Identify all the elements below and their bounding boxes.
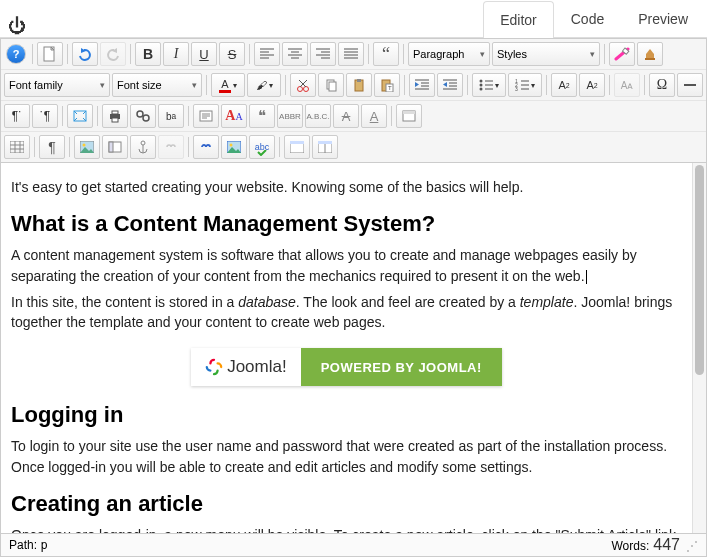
link-icon[interactable]: [193, 135, 219, 159]
svg-point-40: [480, 84, 483, 87]
header-bar: ⏻ Editor Code Preview: [0, 0, 707, 38]
svg-point-56: [137, 111, 143, 117]
print-icon[interactable]: [102, 104, 128, 128]
outdent-button[interactable]: [437, 73, 463, 97]
editor-content[interactable]: It's easy to get started creating your w…: [1, 163, 692, 533]
anchor-icon[interactable]: [130, 135, 156, 159]
styled-text-icon[interactable]: AA: [221, 104, 247, 128]
svg-point-73: [141, 141, 145, 145]
status-bar: Path: p Words: 447 ⋰: [0, 533, 707, 557]
cut-icon[interactable]: [290, 73, 316, 97]
replace-text-icon[interactable]: ba: [158, 104, 184, 128]
cite-icon[interactable]: ❝: [249, 104, 275, 128]
scrollbar-thumb[interactable]: [695, 165, 704, 375]
insert-image-icon[interactable]: [74, 135, 100, 159]
path-value[interactable]: p: [40, 538, 47, 552]
italic-button[interactable]: I: [163, 42, 189, 66]
table-button[interactable]: [4, 135, 30, 159]
find-replace-icon[interactable]: [130, 104, 156, 128]
clear-formatting-icon[interactable]: [609, 42, 635, 66]
tab-preview[interactable]: Preview: [621, 0, 705, 37]
svg-rect-64: [10, 141, 24, 153]
fontsize-select[interactable]: Font size: [112, 73, 202, 97]
svg-rect-63: [403, 111, 415, 114]
blockquote-icon[interactable]: “: [373, 42, 399, 66]
editor-toolbar: ? B I U S “ Paragraph Styles Font family…: [0, 38, 707, 163]
joomla-banner-text: POWERED BY JOOMLA!: [301, 348, 502, 386]
svg-text:T: T: [388, 85, 392, 91]
rtl-button[interactable]: ˙¶: [32, 104, 58, 128]
align-center-button[interactable]: [282, 42, 308, 66]
ordered-list-button[interactable]: 123▾: [508, 73, 542, 97]
svg-rect-54: [112, 111, 118, 114]
element-path[interactable]: Path: p: [9, 538, 48, 552]
styles-select[interactable]: Styles: [492, 42, 600, 66]
svg-rect-78: [290, 141, 304, 144]
svg-text:3: 3: [515, 86, 518, 91]
image-icon[interactable]: [221, 135, 247, 159]
hr-button[interactable]: [677, 73, 703, 97]
layout-split-icon[interactable]: [284, 135, 310, 159]
ins-icon[interactable]: A: [361, 104, 387, 128]
ltr-button[interactable]: ¶˙: [4, 104, 30, 128]
joomla-logo: Joomla!: [191, 348, 301, 386]
heading[interactable]: Logging in: [11, 402, 682, 428]
format-select[interactable]: Paragraph: [408, 42, 490, 66]
svg-rect-80: [318, 141, 332, 144]
text-color-button[interactable]: A▾: [211, 73, 245, 97]
del-icon[interactable]: A: [333, 104, 359, 128]
align-right-button[interactable]: [310, 42, 336, 66]
paste-icon[interactable]: [346, 73, 372, 97]
joomla-banner[interactable]: Joomla! POWERED BY JOOMLA!: [11, 348, 682, 386]
help-icon[interactable]: ?: [6, 44, 26, 64]
svg-line-22: [299, 80, 306, 87]
view-tabs: Editor Code Preview: [483, 0, 705, 37]
svg-rect-27: [357, 79, 361, 82]
paragraph[interactable]: To login to your site use the user name …: [11, 436, 682, 477]
new-document-icon[interactable]: [37, 42, 63, 66]
svg-rect-55: [112, 118, 118, 122]
underline-button[interactable]: U: [191, 42, 217, 66]
scrollbar[interactable]: [692, 163, 706, 533]
paste-text-icon[interactable]: T: [374, 73, 400, 97]
paragraph[interactable]: It's easy to get started creating your w…: [11, 177, 682, 197]
source-icon[interactable]: [193, 104, 219, 128]
subscript-button[interactable]: A2: [551, 73, 577, 97]
show-blocks-icon[interactable]: ¶: [39, 135, 65, 159]
background-color-button[interactable]: 🖌▾: [247, 73, 281, 97]
paragraph[interactable]: A content management system is software …: [11, 245, 682, 286]
paragraph[interactable]: In this site, the content is stored in a…: [11, 292, 682, 333]
bold-button[interactable]: B: [135, 42, 161, 66]
text-case-button[interactable]: Aᴀ: [614, 73, 640, 97]
indent-button[interactable]: [409, 73, 435, 97]
heading[interactable]: Creating an article: [11, 491, 682, 517]
file-manager-icon[interactable]: [102, 135, 128, 159]
resize-grip-icon[interactable]: ⋰: [684, 539, 698, 553]
special-char-button[interactable]: Ω: [649, 73, 675, 97]
heading[interactable]: What is a Content Management System?: [11, 211, 682, 237]
cleanup-icon[interactable]: [637, 42, 663, 66]
layout-columns-icon[interactable]: [312, 135, 338, 159]
svg-line-23: [300, 80, 307, 87]
spellcheck-icon[interactable]: abc: [249, 135, 275, 159]
tab-code[interactable]: Code: [554, 0, 621, 37]
unordered-list-button[interactable]: ▾: [472, 73, 506, 97]
align-justify-button[interactable]: [338, 42, 364, 66]
abbr-icon[interactable]: ABBR: [277, 104, 303, 128]
attributes-icon[interactable]: [396, 104, 422, 128]
align-left-button[interactable]: [254, 42, 280, 66]
unlink-icon[interactable]: [158, 135, 184, 159]
strikethrough-button[interactable]: S: [219, 42, 245, 66]
path-label: Path:: [9, 538, 37, 552]
copy-icon[interactable]: [318, 73, 344, 97]
superscript-button[interactable]: A2: [579, 73, 605, 97]
fontfamily-select[interactable]: Font family: [4, 73, 110, 97]
acronym-icon[interactable]: A.B.C.: [305, 104, 331, 128]
tab-editor[interactable]: Editor: [483, 1, 554, 38]
redo-icon[interactable]: [100, 42, 126, 66]
paragraph[interactable]: Once you are logged-in, a new menu will …: [11, 525, 682, 533]
svg-rect-25: [329, 82, 336, 91]
undo-icon[interactable]: [72, 42, 98, 66]
power-icon[interactable]: ⏻: [8, 16, 26, 37]
fullscreen-icon[interactable]: [67, 104, 93, 128]
